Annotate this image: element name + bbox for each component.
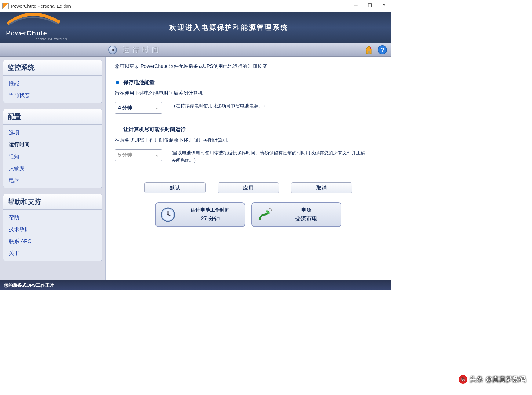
default-button[interactable]: 默认	[144, 182, 206, 193]
option2-select: 5 分钟 ⌄	[115, 149, 162, 161]
window-title: PowerChute Personal Edition	[11, 3, 349, 9]
sidebar: 监控系统性能当前状态配置选项运行时间通知灵敏度电压帮助和支持帮助技术数据联系 A…	[0, 57, 105, 280]
chevron-down-icon: ⌄	[156, 153, 159, 157]
sidebar-item[interactable]: 灵敏度	[3, 162, 102, 174]
plug-icon	[257, 207, 272, 222]
toolbar: ◄ 运行时间 ?	[0, 43, 391, 57]
status-text: 您的后备式UPS工作正常	[4, 282, 54, 288]
sidebar-item[interactable]: 关于	[3, 247, 102, 259]
intro-text: 您可以更改 PowerChute 软件允许后备式UPS使用电池运行的时间长度。	[115, 63, 382, 70]
clock-icon	[160, 207, 176, 222]
svg-point-7	[167, 214, 169, 215]
runtime-label: 估计电池工作时间	[180, 207, 240, 213]
home-icon[interactable]	[364, 45, 374, 55]
help-icon[interactable]: ?	[377, 45, 387, 55]
option1-select[interactable]: 4 分钟 ⌄	[115, 102, 162, 114]
main-content: 您可以更改 PowerChute 软件允许后备式UPS使用电池运行的时间长度。 …	[105, 57, 391, 280]
apply-button[interactable]: 应用	[218, 182, 279, 193]
welcome-text: 欢迎进入电源保护和能源管理系统	[67, 23, 391, 32]
sidebar-header: 监控系统	[3, 60, 102, 76]
status-row: 估计电池工作时间 27 分钟 电源 交流市电	[115, 199, 382, 230]
button-row: 默认 应用 取消	[115, 182, 382, 193]
power-value: 交流市电	[276, 215, 336, 222]
minimize-button[interactable]: ─	[349, 0, 363, 12]
sidebar-item[interactable]: 技术数据	[3, 223, 102, 235]
sidebar-item[interactable]: 帮助	[3, 212, 102, 223]
status-bar: 您的后备式UPS工作正常	[0, 280, 391, 290]
banner: PowerChute PERSONAL EDITION 欢迎进入电源保护和能源管…	[0, 12, 391, 43]
sidebar-item[interactable]: 电压	[3, 174, 102, 186]
svg-rect-0	[370, 47, 371, 49]
option2-hint: (当以电池供电时使用该选项延长操作时间。请确保留有足够的时间用以保存您的所有文件…	[171, 149, 367, 164]
logo-text-2: Chute	[27, 29, 47, 37]
logo-subtitle: PERSONAL EDITION	[6, 37, 67, 41]
option1-select-value: 4 分钟	[118, 105, 132, 111]
titlebar: PowerChute Personal Edition ─ ☐ ✕	[0, 0, 391, 12]
sidebar-item[interactable]: 运行时间	[3, 138, 102, 150]
svg-line-9	[271, 210, 272, 211]
radio-preserve-battery[interactable]	[115, 80, 120, 85]
app-icon	[2, 3, 9, 9]
option2-desc: 在后备式UPS工作时间仅剩余下述时间时关闭计算机	[115, 137, 382, 144]
sidebar-item[interactable]: 选项	[3, 127, 102, 138]
page-title: 运行时间	[122, 45, 360, 54]
cancel-button[interactable]: 取消	[291, 182, 352, 193]
sidebar-item[interactable]: 当前状态	[3, 89, 102, 101]
option-keep-running: 让计算机尽可能长时间运行 在后备式UPS工作时间仅剩余下述时间时关闭计算机 5 …	[115, 126, 382, 164]
status-card-runtime: 估计电池工作时间 27 分钟	[155, 202, 245, 227]
status-card-power: 电源 交流市电	[251, 202, 341, 227]
close-button[interactable]: ✕	[377, 0, 391, 12]
option1-hint: （在持续停电时使用此选项可节省电池电源。）	[171, 102, 268, 109]
option2-label: 让计算机尽可能长时间运行	[123, 126, 186, 133]
sidebar-item[interactable]: 性能	[3, 77, 102, 89]
svg-text:?: ?	[381, 46, 384, 53]
chevron-down-icon: ⌄	[156, 106, 159, 110]
sidebar-item[interactable]: 联系 APC	[3, 235, 102, 247]
logo-text-1: Power	[6, 29, 27, 37]
sidebar-item[interactable]: 通知	[3, 150, 102, 162]
sidebar-header: 配置	[3, 109, 102, 125]
sidebar-header: 帮助和支持	[3, 194, 102, 210]
radio-keep-running[interactable]	[115, 127, 120, 132]
runtime-value: 27 分钟	[180, 215, 240, 222]
svg-line-8	[269, 208, 270, 209]
back-icon[interactable]: ◄	[108, 46, 117, 54]
power-label: 电源	[276, 207, 336, 213]
option1-desc: 请在使用下述电池供电时间后关闭计算机	[115, 90, 382, 97]
logo: PowerChute PERSONAL EDITION	[0, 15, 67, 41]
option1-label: 保存电池能量	[123, 79, 155, 86]
option2-select-value: 5 分钟	[118, 152, 132, 158]
maximize-button[interactable]: ☐	[363, 0, 377, 12]
option-preserve-battery: 保存电池能量 请在使用下述电池供电时间后关闭计算机 4 分钟 ⌄ （在持续停电时…	[115, 79, 382, 114]
